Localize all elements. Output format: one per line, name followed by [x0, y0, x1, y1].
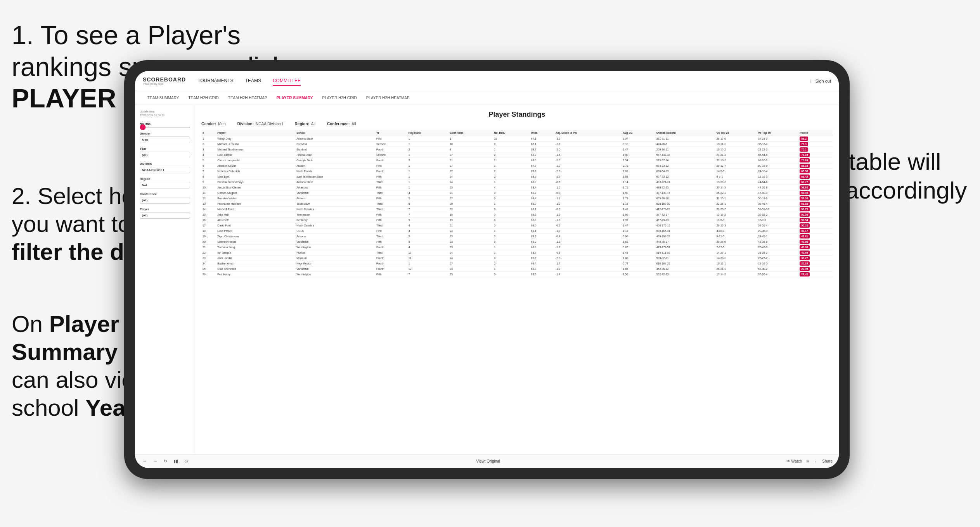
table-row[interactable]: 19Tiger ChristensenArizonaThird523269.2-… — [201, 234, 833, 239]
table-row[interactable]: 8Mats EgeEast Tennessee StateFifth124268… — [201, 174, 833, 180]
table-row[interactable]: 7Nicholas GabrelcikNorth FloridaFourth12… — [201, 169, 833, 174]
table-row[interactable]: 22Ian GilliganFloridaThird1024168.7-0.91… — [201, 250, 833, 256]
table-row[interactable]: 21Taehoon SongWashingtonFourth423169.3-1… — [201, 245, 833, 250]
standings-table: # Player School Yr Reg Rank Conf Rank No… — [201, 130, 833, 277]
nav-tournaments[interactable]: TOURNAMENTS — [197, 76, 233, 86]
sidebar-division-select[interactable]: NCAA Division I — [140, 167, 190, 173]
sidebar-region-label: Region — [140, 177, 190, 181]
toolbar-copy[interactable]: ▮▮ — [172, 458, 180, 465]
filter-division-label: Division: — [237, 122, 254, 126]
filter-region-value: All — [311, 122, 315, 126]
sidebar-division-label: Division — [140, 162, 190, 166]
filter-division: Division: NCAA Division I — [237, 122, 283, 126]
sidebar-rounds-slider[interactable] — [140, 127, 190, 128]
table-row[interactable]: 12Brendan ValdesAuburnFifth527068.4-1.11… — [201, 196, 833, 201]
table-row[interactable]: 24Bastien AmatNew MexicoFourth127269.4-1… — [201, 261, 833, 266]
table-row[interactable]: 4Luke ClatonFlorida StateSecond127268.2-… — [201, 152, 833, 158]
table-row[interactable]: 13Phichaksn MaichonTexas A&MThird630169.… — [201, 201, 833, 207]
sidebar-conference-select[interactable]: (All) — [140, 197, 190, 204]
table-row[interactable]: 15Jake HallTennesseeFifth718068.5-1.51.6… — [201, 212, 833, 218]
col-rank: # — [201, 130, 216, 136]
sidebar-update: Update time: 27/03/2024 16:56:26 — [140, 110, 190, 117]
sub-nav-player-h2h-grid[interactable]: PLAYER H2H GRID — [318, 93, 362, 103]
filter-region-label: Region: — [295, 122, 309, 126]
table-row[interactable]: 10Jacob Skov OlesenArkansasFifth123468.4… — [201, 185, 833, 190]
sub-nav-team-h2h-heatmap[interactable]: TEAM H2H HEATMAP — [223, 93, 272, 103]
nav-teams[interactable]: TEAMS — [245, 76, 261, 86]
sub-nav-team-h2h-grid[interactable]: TEAM H2H GRID — [184, 93, 223, 103]
filter-conference-label: Conference: — [327, 122, 350, 126]
view-label[interactable]: View: Original — [476, 459, 500, 463]
sub-nav-player-summary[interactable]: PLAYER SUMMARY — [272, 93, 318, 103]
toolbar-refresh[interactable]: ↻ — [162, 458, 169, 465]
col-top25: Vs Top 25 — [715, 130, 757, 136]
sidebar-player-select[interactable]: (All) — [140, 212, 190, 219]
table-row[interactable]: 25Cole SherwoodVanderbiltFourth1223169.3… — [201, 266, 833, 272]
table-row[interactable]: 23Jack LundinMissouriFourth1124068.6-2.3… — [201, 256, 833, 261]
filter-gender-label: Gender: — [201, 122, 216, 126]
table-row[interactable]: 2Michael Le SassoOle MissSecond118067.1-… — [201, 142, 833, 147]
filter-region: Region: All — [295, 122, 315, 126]
toolbar-center: View: Original — [476, 459, 500, 463]
col-avg-sg: Avg SG — [622, 130, 655, 136]
nav-right: | Sign out — [810, 79, 831, 83]
sidebar-division: Division NCAA Division I — [140, 162, 190, 173]
toolbar-icon1[interactable]: ⎘ — [807, 459, 809, 463]
sub-nav-player-h2h-heatmap[interactable]: PLAYER H2H HEATMAP — [362, 93, 414, 103]
col-conf-rank: Conf Rank — [448, 130, 493, 136]
sidebar-region-select[interactable]: N/A — [140, 182, 190, 188]
col-adj-score: Adj. Score to Par — [554, 130, 622, 136]
sidebar-year-label: Year — [140, 147, 190, 150]
toolbar-forward[interactable]: → — [152, 458, 159, 465]
col-overall: Overall Record — [655, 130, 715, 136]
sidebar-conference-label: Conference — [140, 192, 190, 196]
table-row[interactable]: 3Michael ThorbjornsenStanfordFourth28168… — [201, 147, 833, 152]
sidebar: Update time: 27/03/2024 16:56:26 No Rds.… — [135, 105, 195, 454]
sidebar-gender-select[interactable]: Men — [140, 137, 190, 143]
col-player: Player — [216, 130, 295, 136]
watch-label[interactable]: 👁 Watch — [786, 459, 802, 463]
col-top50: Vs Top 50 — [757, 130, 798, 136]
sidebar-player-label: Player — [140, 207, 190, 211]
col-no-rds: No. Rds. — [493, 130, 530, 136]
logo-main: SCOREBOARD — [143, 76, 186, 83]
filter-gender: Gender: Men — [201, 122, 226, 126]
toolbar-back[interactable]: ← — [141, 458, 149, 465]
filter-conference-value: All — [351, 122, 356, 126]
table-row[interactable]: 6Jackson KoivunAuburnFirst127167.3-2.02.… — [201, 163, 833, 169]
table-row[interactable]: 17David FordNorth CarolinaThird421069.0-… — [201, 223, 833, 228]
sub-nav-team-summary[interactable]: TEAM SUMMARY — [143, 93, 184, 103]
table-row[interactable]: 18Luke PowellUCLAFirst424169.1-1.81.1350… — [201, 228, 833, 234]
sidebar-year: Year (All) — [140, 147, 190, 158]
nav-sign-out[interactable]: Sign out — [816, 79, 831, 83]
share-label[interactable]: Share — [822, 459, 833, 463]
toolbar-icon2[interactable]: ⋮ — [814, 459, 817, 463]
table-row[interactable]: 14Maxwell FordNorth CarolinaThird722069.… — [201, 207, 833, 212]
sidebar-gender: Gender Men — [140, 132, 190, 143]
table-row[interactable]: 9Preston SummerhaysArizona StateThird124… — [201, 180, 833, 185]
col-wins: Wins — [530, 130, 554, 136]
logo: SCOREBOARD Powered by clipd — [143, 76, 186, 85]
nav-links: TOURNAMENTS TEAMS COMMITTEE — [197, 76, 810, 86]
filter-conference: Conference: All — [327, 122, 356, 126]
table-row[interactable]: 11Gordon SargentVanderbiltThird421068.7-… — [201, 190, 833, 196]
sidebar-conference: Conference (All) — [140, 192, 190, 204]
main-content: Update time: 27/03/2024 16:56:26 No Rds.… — [135, 105, 839, 454]
bottom-toolbar: ← → ↻ ▮▮ ⏲ View: Original 👁 Watch ⎘ ⋮ Sh… — [135, 454, 839, 468]
sidebar-year-select[interactable]: (All) — [140, 152, 190, 158]
toolbar-clock[interactable]: ⏲ — [183, 458, 190, 465]
table-row[interactable]: 26Petr HrubyWashingtonFifth725068.6-1.81… — [201, 272, 833, 277]
nav-committee[interactable]: COMMITTEE — [273, 76, 301, 86]
toolbar-right: 👁 Watch ⎘ ⋮ Share — [786, 459, 833, 463]
sidebar-gender-label: Gender — [140, 132, 190, 135]
logo-sub: Powered by clipd — [143, 83, 186, 85]
annotation-3-intro: On — [12, 311, 49, 337]
col-yr: Yr — [375, 130, 407, 136]
table-row[interactable]: 5Christo LamprechtGeorgia TechFourth2212… — [201, 158, 833, 163]
sidebar-player: Player (All) — [140, 207, 190, 219]
table-row[interactable]: 1Wenyi DingArizona StateFirst111567.1-3.… — [201, 136, 833, 142]
tablet-device: SCOREBOARD Powered by clipd TOURNAMENTS … — [124, 60, 850, 479]
table-row[interactable]: 20Matthew RiedelVanderbiltFifth923069.2-… — [201, 239, 833, 245]
col-reg-rank: Reg Rank — [407, 130, 448, 136]
table-row[interactable]: 16Alex GoffKentuckyFifth919068.3-1.71.92… — [201, 218, 833, 223]
